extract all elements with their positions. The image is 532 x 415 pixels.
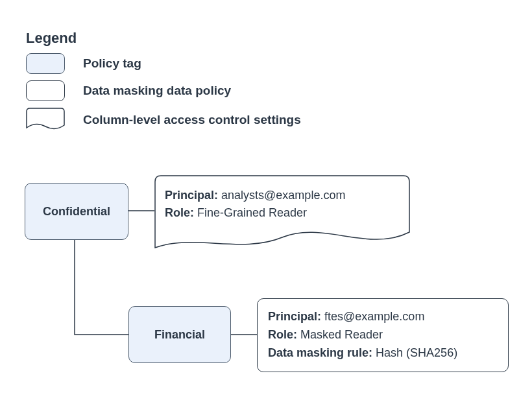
clacs-fields: Principal: analysts@example.com Role: Fi…: [165, 187, 345, 222]
legend-label: Data masking data policy: [83, 84, 231, 98]
field-val-role: Masked Reader: [300, 328, 383, 341]
legend-row-policy-tag: Policy tag: [26, 53, 141, 74]
field-val-rule: Hash (SHA256): [376, 346, 457, 359]
clacs-card-confidential: Principal: analysts@example.com Role: Fi…: [154, 175, 410, 253]
policy-tag-label: Financial: [154, 328, 205, 342]
connector-line: [231, 331, 257, 338]
clacs-swatch-icon: [26, 108, 65, 132]
field-key-role: Role:: [165, 206, 194, 219]
field-key-principal: Principal:: [165, 189, 218, 202]
field-val-role: Fine-Grained Reader: [197, 206, 307, 219]
policy-tag-swatch-icon: [26, 53, 65, 74]
legend-row-mask-policy: Data masking data policy: [26, 80, 231, 101]
policy-tag-financial: Financial: [128, 306, 231, 363]
mask-policy-card-financial: Principal: ftes@example.com Role: Masked…: [257, 298, 509, 372]
connector-elbow: [74, 240, 135, 336]
field-key-role: Role:: [268, 328, 297, 341]
field-key-rule: Data masking rule:: [268, 346, 372, 359]
legend-row-clacs: Column-level access control settings: [26, 108, 301, 132]
policy-tag-confidential: Confidential: [25, 183, 128, 240]
field-key-principal: Principal:: [268, 310, 321, 323]
legend-label: Policy tag: [83, 56, 141, 71]
mask-policy-swatch-icon: [26, 80, 65, 101]
field-val-principal: ftes@example.com: [324, 310, 424, 323]
legend-title: Legend: [26, 30, 77, 47]
legend-label: Column-level access control settings: [83, 113, 301, 127]
field-val-principal: analysts@example.com: [221, 189, 345, 202]
connector-line: [128, 208, 154, 214]
policy-tag-label: Confidential: [43, 205, 110, 219]
diagram-canvas: Legend Policy tag Data masking data poli…: [0, 0, 532, 415]
